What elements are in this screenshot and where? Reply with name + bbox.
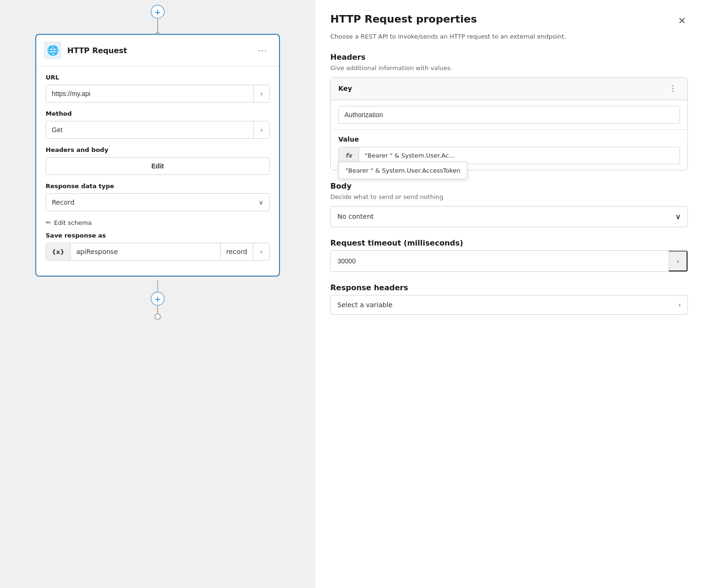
timeout-section-title: Request timeout (milliseconds)	[330, 238, 688, 247]
line-connector	[157, 280, 158, 292]
timeout-section: Request timeout (milliseconds) ›	[330, 238, 688, 272]
body-section: Body Decide what to send or send nothing…	[330, 182, 688, 227]
save-response-label: Save response as	[46, 232, 270, 239]
response-variable-name: apiResponse	[71, 243, 220, 260]
response-headers-title: Response headers	[330, 283, 688, 292]
pencil-icon: ✏	[46, 219, 51, 226]
value-row: Value fx "Bearer " & System.User.Ac... "…	[331, 130, 687, 170]
card-header: 🌐 HTTP Request ···	[36, 35, 279, 66]
method-expand-button[interactable]: ›	[253, 121, 269, 138]
headers-table-header: Key ⋮	[331, 78, 687, 100]
variable-badge: {x}	[46, 244, 71, 260]
value-label: Value	[338, 135, 680, 143]
variable-select-placeholder: Select a variable	[337, 301, 678, 309]
key-field	[331, 100, 687, 130]
body-section-title: Body	[330, 182, 688, 191]
url-field-group: URL ›	[46, 74, 270, 103]
headers-container: Key ⋮ Value fx "Bearer " & System.User.A…	[330, 77, 688, 170]
expression-tooltip: "Bearer " & System.User.AccessToken	[338, 162, 467, 179]
edit-schema-label: Edit schema	[54, 219, 92, 226]
variable-select-arrow-icon: ›	[678, 301, 681, 309]
more-options-button[interactable]: ···	[254, 44, 272, 57]
response-data-field-group: Response data type Record ∨	[46, 183, 270, 211]
url-expand-button[interactable]: ›	[253, 85, 269, 102]
timeout-input-row: ›	[330, 250, 688, 272]
edit-headers-body-button[interactable]: Edit	[46, 157, 270, 175]
connector-bottom: +	[151, 280, 165, 320]
authorization-key-input[interactable]	[338, 106, 680, 124]
headers-section-subtitle: Give additional information with values.	[330, 64, 688, 72]
http-globe-icon: 🌐	[44, 41, 62, 59]
headers-section-title: Headers	[330, 53, 688, 62]
method-field-group: Method ›	[46, 110, 270, 139]
panel-description: Choose a REST API to invoke/sends an HTT…	[330, 32, 688, 41]
right-panel: HTTP Request properties ✕ Choose a REST …	[315, 0, 703, 588]
body-section-subtitle: Decide what to send or send nothing	[330, 193, 688, 200]
response-headers-select[interactable]: Select a variable ›	[330, 295, 688, 315]
connector-top: +	[151, 5, 165, 33]
method-label: Method	[46, 110, 270, 117]
card-body: URL › Method › Headers and body Edit	[36, 66, 279, 276]
body-content-select[interactable]: No content ∨	[330, 206, 688, 227]
headers-body-label: Headers and body	[46, 146, 270, 153]
close-panel-button[interactable]: ✕	[676, 13, 688, 28]
panel-header: HTTP Request properties ✕	[330, 13, 688, 28]
response-data-label: Response data type	[46, 183, 270, 190]
chevron-down-icon: ∨	[259, 199, 264, 206]
method-input[interactable]	[46, 121, 253, 138]
headers-section: Headers Give additional information with…	[330, 53, 688, 170]
response-type: record	[220, 243, 253, 260]
response-data-value: Record	[52, 199, 259, 206]
arrow-connector	[157, 19, 158, 33]
http-request-card: 🌐 HTTP Request ··· URL › Method ›	[35, 34, 280, 277]
url-label: URL	[46, 74, 270, 81]
save-response-expand-icon: ›	[253, 243, 269, 260]
add-step-bottom-button[interactable]: +	[151, 292, 165, 306]
add-step-top-button[interactable]: +	[151, 5, 165, 19]
timeout-expand-button[interactable]: ›	[669, 251, 687, 271]
key-column-header: Key	[338, 85, 666, 92]
timeout-input[interactable]	[331, 252, 669, 270]
left-panel: + 🌐 HTTP Request ··· URL › Method	[0, 0, 315, 588]
method-input-row: ›	[46, 121, 270, 139]
headers-more-options-button[interactable]: ⋮	[666, 83, 680, 94]
body-content-value: No content	[337, 213, 675, 220]
card-title: HTTP Request	[67, 46, 248, 55]
fx-expression-value: "Bearer " & System.User.Ac...	[359, 147, 679, 164]
fx-badge: fx	[339, 147, 359, 164]
line-connector-2	[157, 306, 158, 313]
panel-title: HTTP Request properties	[330, 13, 477, 25]
fx-input-row: fx "Bearer " & System.User.Ac...	[338, 147, 680, 164]
response-headers-section: Response headers Select a variable ›	[330, 283, 688, 315]
url-input-row: ›	[46, 85, 270, 103]
headers-body-field-group: Headers and body Edit	[46, 146, 270, 175]
save-response-field-group: Save response as {x} apiResponse record …	[46, 232, 270, 261]
save-response-row: {x} apiResponse record ›	[46, 243, 270, 261]
end-circle	[154, 313, 161, 320]
body-chevron-down-icon: ∨	[675, 212, 681, 221]
edit-schema-link[interactable]: ✏ Edit schema	[46, 219, 270, 226]
url-input[interactable]	[46, 85, 253, 102]
response-data-select[interactable]: Record ∨	[46, 193, 270, 211]
